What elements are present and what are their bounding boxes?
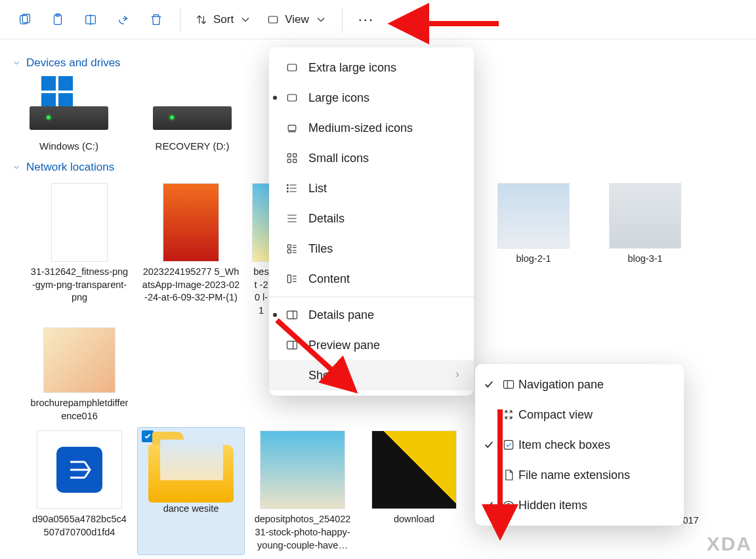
group-devices-label: Devices and drives [26, 56, 121, 70]
menu-item-label: Navigation pane [518, 378, 604, 392]
svg-rect-22 [287, 275, 291, 283]
annotation-arrow-hidden [488, 405, 514, 520]
svg-rect-12 [288, 125, 296, 131]
sort-label: Sort [213, 13, 234, 26]
file-label: brochurepamphletdifference016 [29, 397, 130, 423]
file-item[interactable]: brochurepamphletdifference016 [26, 325, 133, 425]
menu-item-label: Large icons [308, 91, 369, 105]
separator [180, 7, 180, 32]
svg-rect-10 [287, 64, 296, 71]
check-icon [483, 379, 495, 390]
file-label: best -20 l-1 [252, 266, 270, 317]
share-button[interactable] [110, 7, 136, 33]
file-item[interactable]: 2023224195277 5_WhatsApp-Image-2023-02-2… [138, 180, 244, 320]
svg-rect-16 [293, 159, 297, 163]
view-menu-item[interactable]: Large icons [269, 83, 474, 113]
drive-d-label: RECOVERY (D:) [156, 140, 230, 152]
svg-rect-15 [287, 159, 291, 163]
file-item[interactable]: 31-312642_fitness-png-gym-png-transparen… [26, 180, 133, 320]
file-item[interactable]: blog-3-1 [592, 180, 698, 320]
svg-point-19 [287, 191, 289, 192]
menu-item-label: Item check boxes [518, 438, 610, 452]
drive-c[interactable]: Windows (C:) [26, 76, 112, 152]
menu-item-label: File name extensions [518, 468, 630, 482]
view-menu-item[interactable]: Medium-sized icons [269, 113, 474, 143]
thumbnail [43, 327, 116, 393]
menu-item-label: Small icons [308, 152, 369, 165]
view-menu-item[interactable]: Tiles [269, 234, 474, 264]
view-label: View [285, 13, 309, 26]
folder-item-selected[interactable]: dance wesite [138, 428, 244, 554]
menu-icon [285, 60, 299, 75]
svg-point-17 [287, 184, 289, 186]
thumbnail [252, 183, 270, 262]
file-item[interactable]: d90a0565a4782bc5c4507d70700d1fd4 [26, 428, 133, 554]
svg-rect-9 [58, 93, 73, 108]
thumbnail [37, 430, 122, 509]
menu-icon [285, 211, 299, 226]
new-folder-button[interactable] [12, 7, 38, 33]
drive-icon [30, 76, 108, 136]
view-menu-item[interactable]: Extra large icons [269, 52, 474, 83]
file-label: blog-3-1 [626, 253, 663, 266]
svg-rect-20 [287, 245, 291, 248]
separator [342, 7, 343, 32]
sort-dropdown[interactable]: Sort [191, 10, 256, 29]
svg-rect-13 [287, 154, 291, 157]
thumbnail [497, 183, 570, 249]
thumbnail [260, 430, 345, 509]
menu-separator [269, 297, 474, 297]
file-label: 31-312642_fitness-png-gym-png-transparen… [29, 266, 130, 304]
delete-button[interactable] [143, 7, 169, 33]
menu-item-label: List [308, 182, 327, 196]
windows-logo-icon [41, 76, 73, 108]
file-item[interactable]: depositphotos_25402231-stock-photo-happy… [249, 428, 356, 554]
file-label: d90a0565a4782bc5c4507d70700d1fd4 [29, 513, 130, 539]
menu-item-label: Extra large icons [308, 61, 396, 75]
menu-icon [285, 181, 299, 196]
file-label: dance wesite [162, 503, 220, 516]
drive-d[interactable]: RECOVERY (D:) [150, 76, 235, 152]
svg-point-18 [287, 188, 289, 189]
menu-icon [285, 241, 299, 256]
thumbnail [609, 183, 681, 249]
bullet-icon [273, 96, 277, 100]
file-label: blog-2-1 [514, 253, 552, 266]
menu-icon [285, 151, 299, 165]
chevron-right-icon [453, 369, 462, 383]
menu-item-label: Content [308, 272, 350, 286]
drive-c-label: Windows (C:) [39, 140, 98, 152]
file-label: download [392, 513, 436, 526]
view-menu-item[interactable]: Small icons [269, 143, 474, 173]
svg-rect-5 [269, 16, 278, 23]
svg-rect-25 [504, 381, 514, 388]
file-item[interactable]: blog-2-1 [480, 180, 587, 320]
view-menu-item[interactable]: Content [269, 264, 474, 294]
drive-icon [153, 76, 232, 136]
svg-rect-8 [41, 93, 56, 108]
menu-icon [285, 91, 299, 105]
svg-rect-6 [41, 76, 56, 91]
toolbar: Sort View ··· [0, 0, 756, 39]
annotation-arrow-show [270, 315, 343, 383]
rename-button[interactable] [77, 7, 104, 33]
svg-rect-21 [287, 250, 291, 253]
menu-icon [285, 272, 299, 286]
menu-item-label: Medium-sized icons [308, 121, 413, 135]
more-options-button[interactable]: ··· [353, 11, 379, 28]
annotation-arrow-top [420, 12, 505, 41]
show-submenu-item[interactable]: Navigation pane [475, 369, 684, 400]
thumbnail [51, 183, 108, 262]
file-item[interactable]: download [361, 428, 467, 554]
view-menu-item[interactable]: Details [269, 203, 474, 234]
view-menu-item[interactable]: List [269, 173, 474, 203]
menu-item-label: Compact view [518, 408, 593, 422]
svg-rect-7 [58, 76, 73, 91]
clipboard-button[interactable] [45, 7, 71, 33]
app-icon [56, 447, 102, 493]
menu-icon [285, 121, 299, 135]
menu-item-label: Details [308, 212, 345, 226]
menu-item-label: Hidden items [518, 499, 587, 512]
menu-item-label: Tiles [308, 242, 333, 256]
view-dropdown[interactable]: View [262, 10, 331, 29]
